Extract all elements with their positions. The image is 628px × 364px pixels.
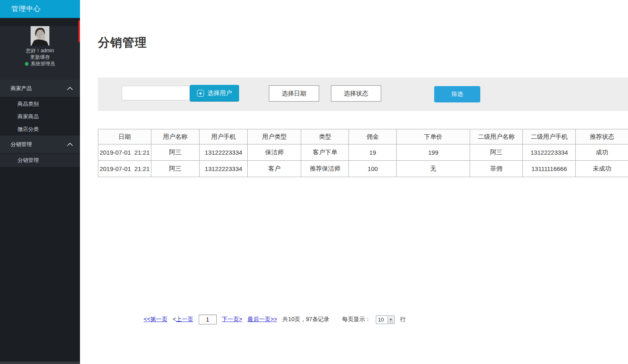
user-panel: 您好！admin 更新缓存 系统管理员 — [0, 26, 80, 80]
cell-user-phone: 13122223334 — [200, 161, 248, 177]
page-title: 分销管理 — [98, 35, 147, 51]
sidebar: 管理中心 您好！admin 更新缓存 系统管理员 商家产品 商品类别 商家商品 … — [0, 0, 80, 364]
select-user-button[interactable]: + 选择用户 — [190, 85, 239, 102]
cell-sub-user-phone: 13111116666 — [523, 161, 576, 177]
sidebar-item-product-category[interactable]: 商品类别 — [0, 98, 80, 110]
prev-page-link[interactable]: 上一页 — [176, 316, 193, 322]
user-search-input[interactable] — [122, 86, 190, 100]
cell-user-name: 阿三 — [151, 144, 199, 161]
sidebar-scrollbar-thumb[interactable] — [78, 20, 80, 42]
page-number-input[interactable] — [199, 315, 217, 324]
cell-date: 2019-07-01 21:21 — [98, 144, 151, 161]
user-role: 系统管理员 — [31, 60, 55, 67]
cell-type: 推荐保洁师 — [301, 161, 349, 177]
col-type: 类型 — [301, 129, 349, 144]
chevron-up-icon — [67, 143, 73, 146]
cell-commission: 19 — [349, 144, 397, 161]
cell-user-phone: 13122223334 — [200, 144, 248, 161]
col-sub-user-name: 二级用户名称 — [470, 129, 523, 144]
cell-order-price: 199 — [397, 144, 470, 161]
cell-type: 客户下单 — [301, 144, 349, 161]
cell-commission: 100 — [349, 161, 397, 177]
sidebar-group-distribution[interactable]: 分销管理 — [0, 135, 80, 153]
select-date-button[interactable]: 选择日期 — [269, 85, 319, 102]
sidebar-item-microstore-category[interactable]: 微店分类 — [0, 123, 80, 135]
cell-sub-user-phone: 13122223334 — [523, 144, 576, 161]
table-header-row: 日期 用户名称 用户手机 用户类型 类型 佣金 下单价 二级用户名称 二级用户手… — [98, 129, 628, 144]
cell-user-name: 阿三 — [151, 161, 199, 177]
table-row: 2019-07-01 21:21 阿三 13122223334 保洁师 客户下单… — [98, 144, 628, 161]
chevron-up-icon — [67, 87, 73, 90]
col-commission: 佣金 — [349, 129, 397, 144]
cell-date: 2019-07-01 21:21 — [98, 161, 151, 177]
sidebar-item-merchant-goods[interactable]: 商家商品 — [0, 110, 80, 123]
sidebar-group-merchant-products[interactable]: 商家产品 — [0, 80, 80, 98]
per-page-value: 10 — [378, 317, 384, 323]
distribution-table: 日期 用户名称 用户手机 用户类型 类型 佣金 下单价 二级用户名称 二级用户手… — [98, 129, 628, 177]
sidebar-group-label: 商家产品 — [11, 85, 32, 91]
table-row: 2019-07-01 21:21 阿三 13122223334 客户 推荐保洁师… — [98, 161, 628, 177]
plus-icon: + — [197, 90, 204, 97]
sidebar-item-distribution-management[interactable]: 分销管理 — [0, 153, 80, 167]
refresh-cache-link[interactable]: 更新缓存 — [0, 54, 80, 60]
filter-bar: + 选择用户 选择日期 选择状态 筛选 — [98, 78, 628, 111]
rows-unit-label: 行 — [400, 316, 406, 323]
user-avatar — [31, 26, 49, 46]
online-status-icon — [25, 62, 29, 66]
col-order-price: 下单价 — [397, 129, 470, 144]
prev-arrow: < — [173, 316, 176, 322]
app-title: 管理中心 — [0, 0, 80, 18]
submenu-distribution: 分销管理 — [0, 153, 80, 167]
sidebar-horizontal-scrollbar[interactable] — [0, 362, 80, 364]
cell-referral-status: 成功 — [576, 144, 628, 161]
col-date: 日期 — [98, 129, 151, 144]
col-user-phone: 用户手机 — [200, 129, 248, 144]
user-greeting: 您好！admin — [0, 47, 80, 54]
submenu-merchant-products: 商品类别 商家商品 微店分类 — [0, 98, 80, 135]
select-dropdown-icon[interactable]: ▼ — [387, 316, 394, 323]
col-referral-status: 推荐状态 — [576, 129, 628, 144]
record-summary: 共10页，97条记录 — [282, 316, 329, 323]
first-page-link[interactable]: <<第一页 — [144, 316, 167, 323]
col-user-type: 用户类型 — [248, 129, 301, 144]
next-page-link[interactable]: 下一页> — [222, 316, 242, 323]
per-page-select[interactable]: 10 ▼ — [376, 315, 395, 324]
cell-sub-user-name: 菲佣 — [470, 161, 523, 177]
cell-user-type: 保洁师 — [248, 144, 301, 161]
prev-page-group: <上一页 — [173, 316, 193, 323]
filter-submit-button[interactable]: 筛选 — [434, 86, 480, 102]
select-user-label: 选择用户 — [208, 89, 232, 97]
cell-order-price: 无 — [397, 161, 470, 177]
cell-sub-user-name: 阿三 — [470, 144, 523, 161]
col-sub-user-phone: 二级用户手机 — [523, 129, 576, 144]
user-role-row: 系统管理员 — [0, 60, 80, 67]
cell-referral-status: 未成功 — [576, 161, 628, 177]
pagination-bar: <<第一页 <上一页 下一页> 最后一页>> 共10页，97条记录 每页显示： … — [144, 314, 406, 325]
per-page-label: 每页显示： — [342, 316, 371, 323]
cell-user-type: 客户 — [248, 161, 301, 177]
sidebar-group-label: 分销管理 — [11, 141, 32, 147]
last-page-link[interactable]: 最后一页>> — [248, 316, 277, 323]
col-user-name: 用户名称 — [151, 129, 199, 144]
select-status-button[interactable]: 选择状态 — [331, 85, 381, 102]
